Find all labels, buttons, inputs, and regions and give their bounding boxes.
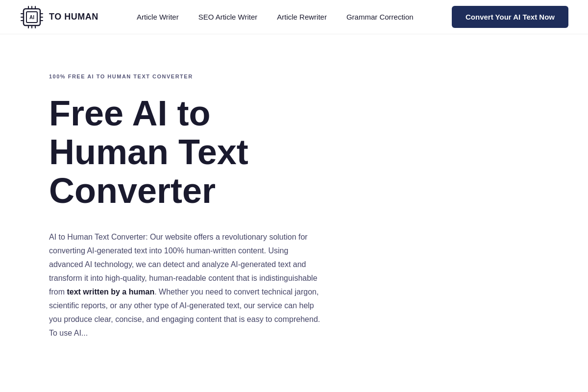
nav-item-article-rewriter[interactable]: Article Rewriter bbox=[277, 13, 327, 22]
logo-text: TO HUMAN bbox=[49, 12, 98, 22]
logo-icon: AI bbox=[20, 5, 44, 29]
nav-item-grammar-correction[interactable]: Grammar Correction bbox=[346, 13, 414, 22]
hero-badge: 100% FREE AI TO HUMAN TEXT CONVERTER bbox=[49, 74, 323, 79]
logo-link[interactable]: AI TO HUMAN bbox=[20, 5, 98, 29]
navbar: AI TO HUMAN Article Writer SEO Article W… bbox=[0, 0, 588, 34]
nav-links: Article Writer SEO Article Writer Articl… bbox=[137, 13, 414, 22]
hero-section: 100% FREE AI TO HUMAN TEXT CONVERTER Fre… bbox=[0, 34, 343, 369]
hero-description-bold: text written by a human bbox=[67, 288, 154, 296]
nav-item-article-writer[interactable]: Article Writer bbox=[137, 13, 179, 22]
hero-description: AI to Human Text Converter: Our website … bbox=[49, 230, 323, 340]
hero-title: Free AI to Human Text Converter bbox=[49, 94, 323, 211]
nav-item-seo-article-writer[interactable]: SEO Article Writer bbox=[198, 13, 258, 22]
svg-text:AI: AI bbox=[29, 15, 34, 20]
cta-button[interactable]: Convert Your AI Text Now bbox=[452, 6, 568, 28]
hero-description-part1: AI to Human Text Converter: Our website … bbox=[49, 233, 318, 296]
